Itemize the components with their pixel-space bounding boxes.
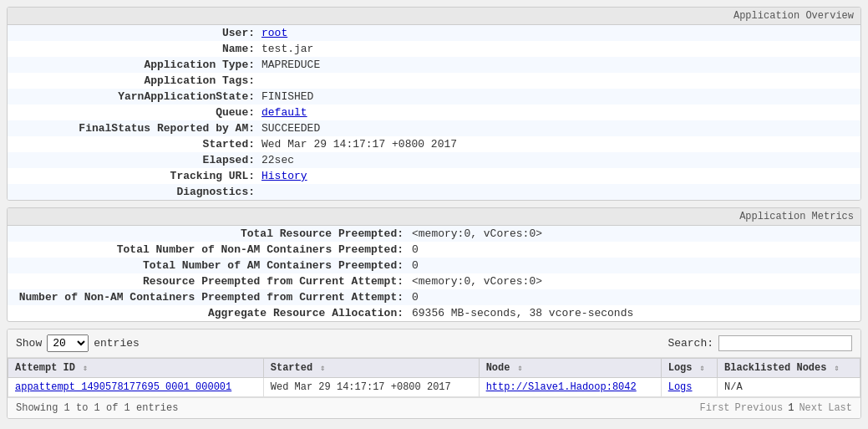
column-header[interactable]: Started ⇕ [263,359,479,378]
show-entries-select[interactable]: 10202550100 [47,335,89,352]
metrics-label: Number of Non-AM Containers Preempted fr… [8,289,409,305]
blacklisted-nodes-cell: N/A [718,378,860,397]
overview-value[interactable]: default [258,105,860,120]
app-metrics-header: Application Metrics [8,208,860,226]
table-footer: Showing 1 to 1 of 1 entries First Previo… [8,397,860,418]
overview-label: Diagnostics: [8,184,258,200]
overview-label: YarnApplicationState: [8,89,258,105]
overview-label: Application Tags: [8,73,258,89]
overview-label: Tracking URL: [8,168,258,184]
sort-icon[interactable]: ⇕ [695,364,705,373]
current-page: 1 [788,402,794,414]
metrics-value: 0 [409,242,860,258]
overview-value: 22sec [258,152,860,168]
attempt-id-link[interactable]: appattempt_1490578177695_0001_000001 [15,381,231,393]
show-label: Show [16,337,42,350]
overview-link[interactable]: root [261,27,287,39]
search-label: Search: [667,337,713,350]
node-cell: http://Slave1.Hadoop:8042 [479,378,661,397]
table-controls-right: Search: [667,335,852,351]
column-header[interactable]: Node ⇕ [479,359,661,378]
last-page-link[interactable]: Last [828,402,852,414]
attempt-id-cell: appattempt_1490578177695_0001_000001 [8,378,264,397]
table-controls-left: Show 10202550100 entries [16,335,140,352]
app-metrics-title: Application Metrics [739,211,854,222]
metrics-value: 0 [409,258,860,273]
logs-link[interactable]: Logs [668,381,693,393]
overview-link[interactable]: History [261,170,307,182]
overview-value[interactable]: History [258,168,860,184]
metrics-value: <memory:0, vCores:0> [409,226,860,242]
app-overview-table: User:rootName:test.jarApplication Type:M… [8,25,860,200]
node-link[interactable]: http://Slave1.Hadoop:8042 [486,381,637,393]
metrics-value: <memory:0, vCores:0> [409,273,860,289]
overview-value[interactable]: root [258,25,860,41]
metrics-label: Resource Preempted from Current Attempt: [8,273,409,289]
overview-value [258,73,860,89]
metrics-value: 69356 MB-seconds, 38 vcore-seconds [409,305,860,321]
sort-icon[interactable]: ⇕ [315,364,325,373]
overview-value: test.jar [258,41,860,57]
overview-link[interactable]: default [261,106,307,119]
first-page-link[interactable]: First [700,402,730,414]
overview-value [258,184,860,200]
column-header[interactable]: Blacklisted Nodes ⇕ [718,359,860,378]
table-controls: Show 10202550100 entries Search: [8,329,860,358]
app-metrics-panel: Application Metrics Total Resource Preem… [7,207,861,322]
overview-value: Wed Mar 29 14:17:17 +0800 2017 [258,136,860,152]
search-input[interactable] [718,335,852,351]
column-header[interactable]: Attempt ID ⇕ [8,359,264,378]
overview-label: Application Type: [8,57,258,73]
entries-label: entries [94,337,140,350]
overview-value: SUCCEEDED [258,120,860,136]
metrics-label: Total Number of Non-AM Containers Preemp… [8,242,409,258]
logs-cell: Logs [661,378,717,397]
overview-label: Queue: [8,105,258,120]
metrics-label: Total Resource Preempted: [8,226,409,242]
started-cell: Wed Mar 29 14:17:17 +0800 2017 [263,378,479,397]
metrics-label: Aggregate Resource Allocation: [8,305,409,321]
overview-label: Started: [8,136,258,152]
app-metrics-table: Total Resource Preempted:<memory:0, vCor… [8,226,860,321]
overview-value: MAPREDUCE [258,57,860,73]
app-overview-panel: Application Overview User:rootName:test.… [7,7,861,201]
table-row: appattempt_1490578177695_0001_000001Wed … [8,378,860,397]
pagination: First Previous 1 Next Last [700,402,852,414]
attempts-panel: Show 10202550100 entries Search: Attempt… [7,329,861,419]
metrics-label: Total Number of AM Containers Preempted: [8,258,409,273]
next-page-link[interactable]: Next [799,402,823,414]
sort-icon[interactable]: ⇕ [512,364,522,373]
overview-label: Name: [8,41,258,57]
sort-icon[interactable]: ⇕ [829,364,839,373]
overview-label: User: [8,25,258,41]
attempts-table: Attempt ID ⇕Started ⇕Node ⇕Logs ⇕Blackli… [8,358,860,397]
metrics-value: 0 [409,289,860,305]
previous-page-link[interactable]: Previous [735,402,784,414]
overview-value: FINISHED [258,89,860,105]
app-overview-header: Application Overview [8,8,860,25]
overview-label: Elapsed: [8,152,258,168]
sort-icon[interactable]: ⇕ [78,364,88,373]
showing-text: Showing 1 to 1 of 1 entries [16,402,178,414]
app-overview-title: Application Overview [733,10,854,22]
overview-label: FinalStatus Reported by AM: [8,120,258,136]
column-header[interactable]: Logs ⇕ [661,359,717,378]
